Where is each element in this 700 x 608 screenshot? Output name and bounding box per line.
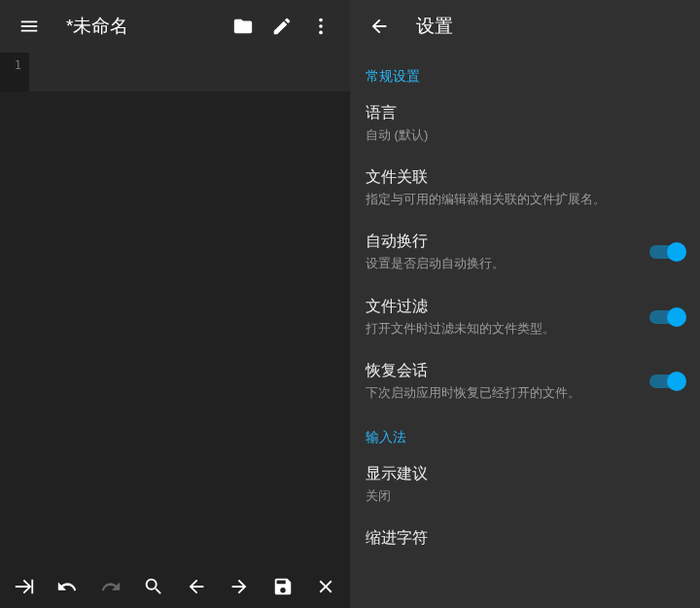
setting-title: 恢复会话 [366,361,640,381]
setting-subtitle: 关闭 [366,487,684,505]
back-icon[interactable] [360,7,399,46]
setting-title: 语言 [366,103,684,124]
settings-pane: 设置 常规设置 语言 自动 (默认) 文件关联 指定与可用的编辑器相关联的文件扩… [350,0,700,608]
setting-subtitle: 设置是否启动自动换行。 [366,255,640,272]
save-icon[interactable] [266,567,299,606]
arrow-left-icon[interactable] [180,567,213,606]
setting-indent[interactable]: 缩进字符 [350,517,700,549]
setting-restore-session[interactable]: 恢复会话 下次启动应用时恢复已经打开的文件。 [350,349,700,413]
arrow-right-icon[interactable] [223,567,256,606]
redo-icon[interactable] [94,567,127,606]
setting-title: 文件关联 [366,167,684,188]
document-title: *未命名 [66,14,224,39]
editor-area[interactable]: 1 [0,53,350,309]
more-vert-icon[interactable] [301,7,340,46]
editor-toolbar: *未命名 [0,0,350,53]
switch-restore-session[interactable] [649,372,684,391]
switch-word-wrap[interactable] [649,242,684,262]
setting-subtitle: 指定与可用的编辑器相关联的文件扩展名。 [366,191,684,208]
setting-subtitle: 自动 (默认) [366,126,684,144]
edit-icon[interactable] [262,7,301,46]
setting-file-assoc[interactable]: 文件关联 指定与可用的编辑器相关联的文件扩展名。 [350,156,700,220]
line-gutter: 1 [0,53,29,91]
switch-file-filter[interactable] [649,307,684,327]
bottom-toolbar [0,565,350,608]
editor-body[interactable] [29,53,350,91]
setting-file-filter[interactable]: 文件过滤 打开文件时过滤未知的文件类型。 [350,285,700,349]
editor-empty [0,309,350,566]
search-icon[interactable] [137,567,170,606]
setting-title: 文件过滤 [366,297,640,317]
settings-toolbar: 设置 [350,0,700,53]
folder-open-icon[interactable] [224,7,262,46]
editor-pane: *未命名 1 [0,0,350,608]
tab-icon[interactable] [8,567,41,606]
setting-word-wrap[interactable]: 自动换行 设置是否启动自动换行。 [350,220,700,284]
settings-title: 设置 [416,14,453,39]
close-icon[interactable] [309,567,342,606]
svg-point-2 [319,31,323,35]
setting-title: 缩进字符 [366,528,684,549]
section-general: 常规设置 [350,53,700,91]
svg-point-1 [319,24,323,28]
setting-subtitle: 打开文件时过滤未知的文件类型。 [366,320,640,338]
undo-icon[interactable] [51,567,84,606]
section-ime: 输入法 [350,413,700,452]
setting-language[interactable]: 语言 自动 (默认) [350,91,700,156]
setting-title: 自动换行 [366,232,640,252]
menu-icon[interactable] [10,7,49,46]
setting-suggestions[interactable]: 显示建议 关闭 [350,452,700,517]
settings-content[interactable]: 常规设置 语言 自动 (默认) 文件关联 指定与可用的编辑器相关联的文件扩展名。… [350,53,700,608]
setting-subtitle: 下次启动应用时恢复已经打开的文件。 [366,384,640,402]
svg-point-0 [319,18,323,22]
setting-title: 显示建议 [366,464,684,484]
